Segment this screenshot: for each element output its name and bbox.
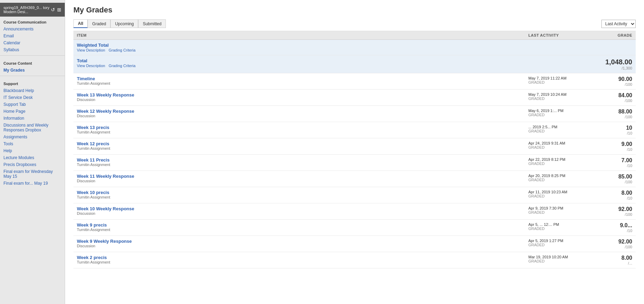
item-name-link[interactable]: Week 13 precis	[77, 125, 109, 130]
item-name-link[interactable]: Week 9 precis	[77, 222, 107, 228]
grade-sub: /100	[598, 212, 632, 217]
sidebar-item-syllabus[interactable]: Syllabus	[0, 46, 65, 53]
sidebar-item-discussions-dropbox[interactable]: Discussions and Weekly Responses Dropbox	[0, 122, 65, 133]
sidebar-item-email[interactable]: Email	[0, 33, 65, 39]
sidebar-item-support-tab[interactable]: Support Tab	[0, 101, 65, 108]
item-name-link[interactable]: Week 12 precis	[77, 141, 109, 146]
total-link[interactable]: Total	[77, 58, 87, 63]
total-grade-sub: /1,300	[598, 66, 632, 70]
item-name-link[interactable]: Week 12 Weekly Response	[77, 109, 134, 114]
item-type-label: Discussion	[77, 98, 521, 102]
grade-value: 88.00	[598, 109, 632, 115]
grade-sub: /10	[598, 131, 632, 135]
table-row: Week 10 precis Turnitin Assignment Apr 1…	[73, 187, 636, 203]
sidebar: spring19_ARH369_0... tory Modern Desi...…	[0, 0, 65, 304]
grade-value: 85.00	[598, 174, 632, 180]
item-cell: Week 2 precis Turnitin Assignment	[73, 252, 525, 268]
sidebar-item-lecture-modules[interactable]: Lecture Modules	[0, 154, 65, 161]
item-type-label: Turnitin Assignment	[77, 146, 521, 150]
item-name-link[interactable]: Week 10 precis	[77, 190, 109, 195]
table-header-row: ITEM LAST ACTIVITY GRADE	[73, 31, 636, 40]
weighted-total-link[interactable]: Weighted Total	[77, 43, 109, 48]
item-cell: Week 12 precis Turnitin Assignment	[73, 138, 525, 155]
item-name-link[interactable]: Week 11 Weekly Response	[77, 174, 134, 179]
sidebar-top-icons: ↺ ⊞	[51, 7, 61, 12]
activity-date: Apr 9, 2019 7:30 PM	[528, 206, 591, 210]
item-name-link[interactable]: Week 11 Precis	[77, 157, 109, 163]
item-type-label: Turnitin Assignment	[77, 163, 521, 167]
activity-date: Apr 11, 2019 10:23 AM	[528, 190, 591, 194]
table-row: Week 9 precis Turnitin Assignment Apr 5,…	[73, 220, 636, 236]
activity-cell: Apr 22, 2019 8:12 PM GRADED	[525, 155, 594, 171]
item-cell: Week 11 Precis Turnitin Assignment	[73, 155, 525, 171]
activity-cell: Apr 5, 2019 1:27 PM GRADED	[525, 236, 594, 252]
sidebar-item-it-service[interactable]: IT Service Desk	[0, 94, 65, 101]
filter-graded-button[interactable]: Graded	[88, 19, 110, 28]
grade-sub: /100	[598, 115, 632, 119]
grade-cell: 90.00 /100	[594, 73, 636, 90]
grade-value: 8.00	[598, 190, 632, 196]
sidebar-item-assignments[interactable]: Assignments	[0, 133, 65, 140]
filter-all-button[interactable]: All	[73, 19, 88, 28]
grades-table: ITEM LAST ACTIVITY GRADE Weighted Total …	[73, 31, 636, 268]
activity-status: GRADED	[528, 80, 591, 84]
item-cell: Week 13 Weekly Response Discussion	[73, 90, 525, 106]
refresh-icon[interactable]: ↺	[51, 7, 55, 12]
item-type-label: Discussion	[77, 211, 521, 215]
item-name-link[interactable]: Week 2 precis	[77, 255, 107, 260]
activity-date: ... 2019 2:5... PM	[528, 125, 591, 129]
sidebar-course-short: spring19_ARH369_0... tory Modern Desi...	[3, 6, 51, 14]
activity-date: May 7, 2019 11:22 AM	[528, 76, 591, 80]
total-grading-criteria-link[interactable]: Grading Criteria	[109, 64, 136, 68]
column-item: ITEM	[73, 31, 525, 40]
sort-select[interactable]: Last Activity Name Due Date Grade	[601, 20, 636, 28]
view-description-link[interactable]: View Description	[77, 48, 105, 52]
grid-icon[interactable]: ⊞	[57, 7, 61, 12]
activity-status: GRADED	[528, 194, 591, 198]
sidebar-item-tools[interactable]: Tools	[0, 140, 65, 147]
item-name-link[interactable]: Timeline	[77, 76, 95, 81]
grading-criteria-link[interactable]: Grading Criteria	[109, 48, 136, 52]
sidebar-item-information[interactable]: Information	[0, 115, 65, 122]
sidebar-item-help[interactable]: Help	[0, 147, 65, 154]
sidebar-item-home-page[interactable]: Home Page	[0, 108, 65, 115]
filter-submitted-button[interactable]: Submitted	[138, 19, 166, 28]
grade-value: 7.00	[598, 157, 632, 164]
sidebar-item-precis-dropboxes[interactable]: Precis Dropboxes	[0, 161, 65, 168]
sidebar-item-blackboard-help[interactable]: Blackboard Help	[0, 87, 65, 94]
table-row: Week 11 Precis Turnitin Assignment Apr 2…	[73, 155, 636, 171]
sidebar-item-final-exam-fri[interactable]: Final exam for... May 19	[0, 180, 65, 187]
total-view-description-link[interactable]: View Description	[77, 64, 105, 68]
sidebar-item-calendar[interactable]: Calendar	[0, 39, 65, 46]
grade-sub: /10	[598, 147, 632, 151]
grade-sub: /100	[598, 99, 632, 103]
grade-cell: 85.00 /100	[594, 171, 636, 187]
activity-status: GRADED	[528, 113, 591, 117]
filter-upcoming-button[interactable]: Upcoming	[110, 19, 138, 28]
column-activity: LAST ACTIVITY	[525, 31, 594, 40]
sidebar-item-announcements[interactable]: Announcements	[0, 26, 65, 33]
activity-date: Apr 22, 2019 8:12 PM	[528, 157, 591, 162]
item-cell: Week 13 precis Turnitin Assignment	[73, 122, 525, 138]
total-grade-cell: 1,048.00 /1,300	[594, 55, 636, 73]
grade-cell: 9.0... /10	[594, 220, 636, 236]
item-name-link[interactable]: Week 9 Weekly Response	[77, 239, 132, 244]
item-type-label: Turnitin Assignment	[77, 81, 521, 85]
activity-status: GRADED	[528, 129, 591, 133]
item-name-link[interactable]: Week 13 Weekly Response	[77, 92, 134, 98]
item-type-label: Turnitin Assignment	[77, 130, 521, 134]
sidebar-section-content: Course Content	[0, 58, 65, 67]
column-grade: GRADE	[594, 31, 636, 40]
grade-value: 8.00	[598, 255, 632, 261]
sidebar-item-final-exam-wed[interactable]: Final exam for Wednesday May 15	[0, 168, 65, 180]
activity-cell: ... 2019 2:5... PM GRADED	[525, 122, 594, 138]
item-type-label: Turnitin Assignment	[77, 195, 521, 199]
sidebar-item-my-grades[interactable]: My Grades	[0, 67, 65, 74]
grade-cell: 84.00 /100	[594, 90, 636, 106]
item-name-link[interactable]: Week 10 Weekly Response	[77, 206, 134, 211]
activity-status: GRADED	[528, 227, 591, 231]
activity-date: Apr 20, 2019 8:25 PM	[528, 174, 591, 178]
activity-status: GRADED	[528, 96, 591, 101]
activity-cell: Apr 5, ... 12:... PM GRADED	[525, 220, 594, 236]
table-row: Week 12 precis Turnitin Assignment Apr 2…	[73, 138, 636, 155]
